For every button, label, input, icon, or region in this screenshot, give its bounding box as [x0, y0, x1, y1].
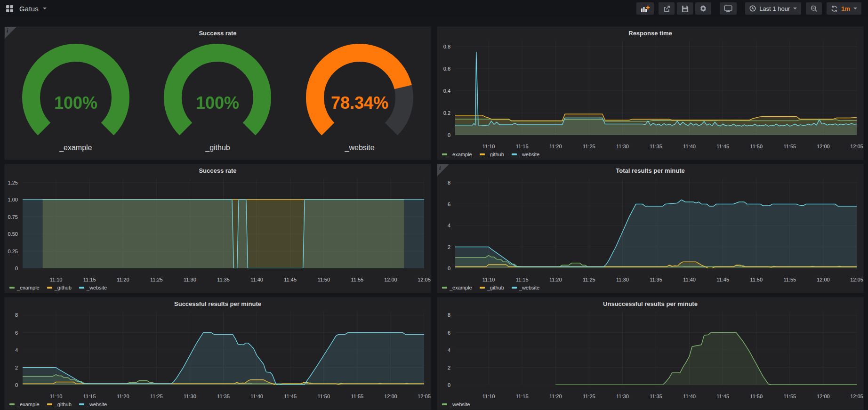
x-tick-label: 11:40	[250, 394, 263, 399]
x-tick-label: 11:30	[184, 394, 196, 399]
x-tick-label: 11:35	[217, 394, 230, 399]
legend-item-_example[interactable]: _example	[9, 402, 40, 407]
plot-area[interactable]	[455, 178, 857, 268]
legend-item-_example[interactable]: _example	[442, 152, 472, 157]
legend-item-_website[interactable]: _website	[512, 152, 539, 157]
dashboard-title-dropdown[interactable]: Gatus	[19, 5, 47, 13]
legend-item-_website[interactable]: _website	[79, 402, 107, 407]
x-tick-label: 11:50	[750, 394, 763, 399]
x-axis: 11:1011:1511:2011:2511:3011:3511:4011:45…	[455, 392, 857, 399]
x-axis: 11:1011:1511:2011:2511:3011:3511:4011:45…	[455, 275, 857, 282]
zoom-out-icon	[811, 5, 818, 12]
legend-swatch	[442, 287, 447, 289]
y-tick-label: 6	[448, 330, 450, 336]
plot-area[interactable]	[455, 312, 857, 385]
x-tick-label: 11:25	[150, 277, 163, 282]
gauge-_website: 78.34%_website	[303, 43, 416, 152]
y-tick-label: 0.75	[8, 214, 18, 220]
caret-down-icon	[793, 8, 797, 9]
y-axis: 02468	[437, 312, 453, 385]
legend-swatch	[47, 287, 52, 289]
apps-grid-icon[interactable]	[6, 5, 14, 13]
legend-label: _website	[450, 402, 470, 407]
add-panel-icon	[641, 5, 650, 12]
plot-canvas	[455, 178, 857, 268]
zoom-out-button[interactable]	[806, 2, 822, 15]
panel-title[interactable]: Total results per minute	[437, 164, 863, 177]
settings-icon	[699, 5, 707, 12]
panel-title[interactable]: Successful results per minute	[5, 297, 431, 311]
legend-item-_github[interactable]: _github	[480, 285, 504, 290]
plot-area[interactable]	[23, 178, 424, 268]
y-tick-label: 0	[15, 382, 18, 388]
x-tick-label: 11:40	[683, 394, 696, 399]
legend-item-_github[interactable]: _github	[47, 402, 72, 407]
settings-button[interactable]	[695, 2, 711, 15]
plot-canvas	[455, 41, 857, 135]
x-tick-label: 11:55	[351, 277, 363, 282]
legend-swatch	[442, 403, 447, 405]
legend-swatch	[480, 153, 485, 155]
x-tick-label: 12:00	[384, 277, 397, 282]
legend: _example_github_website	[442, 285, 539, 290]
plot-canvas	[23, 312, 424, 385]
legend-item-_github[interactable]: _github	[47, 285, 72, 290]
share-button[interactable]	[659, 2, 675, 15]
legend-item-_example[interactable]: _example	[442, 285, 472, 290]
y-tick-label: 4	[448, 347, 450, 353]
legend-item-_github[interactable]: _github	[480, 152, 504, 157]
legend-item-_website[interactable]: _website	[79, 285, 107, 290]
x-tick-label: 11:40	[683, 144, 696, 149]
legend-item-_website[interactable]: _website	[512, 285, 539, 290]
caret-down-icon	[853, 8, 857, 9]
gauge-label: _website	[345, 144, 375, 152]
info-letter: i	[7, 27, 8, 34]
y-axis: 02468	[5, 312, 20, 385]
x-tick-label: 12:05	[418, 277, 431, 282]
x-tick-label: 11:15	[516, 277, 529, 282]
gauge-value: 78.34%	[331, 93, 388, 113]
panel-title[interactable]: Response time	[437, 27, 863, 40]
plot-canvas	[23, 178, 424, 268]
save-icon	[682, 5, 689, 12]
legend-label: _example	[17, 285, 40, 290]
refresh-picker[interactable]: 1m	[827, 2, 861, 15]
gauge-row: 100%_example100%_github78.34%_website	[5, 43, 431, 156]
plot-area[interactable]	[455, 41, 857, 135]
y-tick-label: 8	[15, 312, 18, 318]
share-icon	[663, 5, 670, 12]
panel-title[interactable]: Unsuccessful results per minute	[437, 297, 863, 311]
panel-title[interactable]: Success rate	[5, 164, 431, 177]
series-area-_website	[555, 333, 857, 385]
tv-mode-button[interactable]	[720, 2, 737, 15]
time-range-picker[interactable]: Last 1 hour	[745, 2, 801, 15]
x-tick-label: 11:45	[716, 394, 729, 399]
y-tick-label: 0.8	[443, 44, 450, 49]
y-tick-label: 8	[448, 180, 450, 185]
x-tick-label: 11:20	[117, 394, 129, 399]
y-tick-label: 0.6	[443, 66, 450, 72]
series-area-_website	[23, 333, 424, 385]
panel-total-results: Total results per minute 02468 11:1011:1…	[437, 164, 864, 293]
plot-area[interactable]	[23, 312, 424, 385]
gauge: 78.34%	[303, 43, 416, 142]
legend-item-_website[interactable]: _website	[442, 402, 470, 407]
y-axis: 02468	[437, 178, 453, 268]
legend-swatch	[79, 403, 84, 405]
x-tick-label: 11:30	[616, 277, 629, 282]
gauge-_github: 100%_github	[161, 43, 274, 152]
panel-title[interactable]: Success rate	[5, 27, 431, 40]
panel-success-rate-chart: Success rate 00.250.500.751.001.25 11:10…	[4, 164, 431, 293]
x-tick-label: 12:05	[850, 277, 863, 282]
add-panel-button[interactable]	[636, 2, 654, 15]
panel-info-icon[interactable]: i	[5, 27, 16, 39]
x-tick-label: 11:15	[83, 394, 96, 399]
x-tick-label: 11:20	[549, 277, 562, 282]
legend-item-_example[interactable]: _example	[9, 285, 40, 290]
x-tick-label: 11:45	[284, 277, 297, 282]
save-button[interactable]	[677, 2, 693, 15]
panel-info-icon[interactable]: i	[437, 164, 449, 176]
gauge-_example: 100%_example	[19, 43, 132, 152]
legend-swatch	[47, 403, 52, 405]
gauge-arc	[31, 53, 121, 129]
